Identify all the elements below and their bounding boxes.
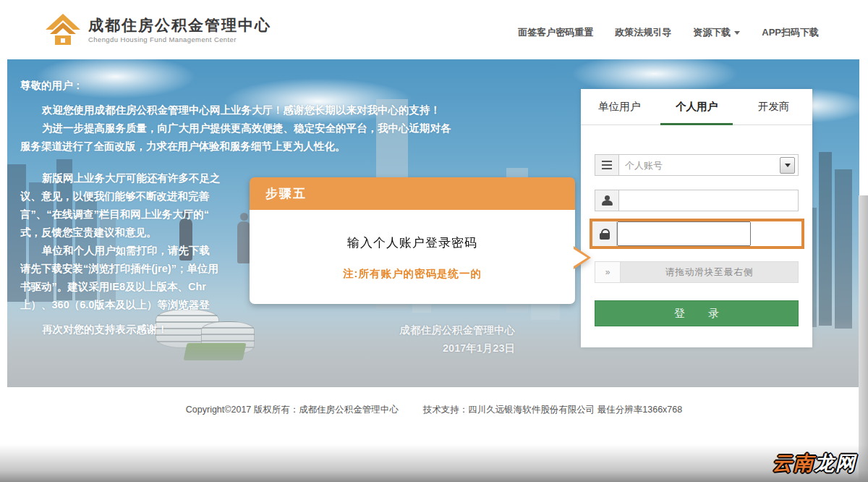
tutorial-step-message: 输入个人账户登录密码 (250, 210, 575, 251)
site-watermark: 云南龙网 (773, 450, 856, 476)
tab-personal-user[interactable]: 个人用户 (658, 89, 736, 124)
account-dropdown-button[interactable] (780, 157, 795, 174)
account-field-row (595, 154, 799, 176)
letter-line: 为进一步提高服务质量，向广大用户提供更高效便捷、稳定安全的平台，我中心近期对各 (20, 119, 522, 138)
double-arrow-icon: » (605, 267, 610, 277)
tutorial-step-title: 步骤五 (250, 177, 575, 210)
watermark-part2: 龙网 (814, 452, 856, 474)
chevron-down-icon (785, 164, 791, 167)
chevron-down-icon (734, 31, 740, 35)
slider-hint-text: 请拖动滑块至最右侧 (621, 266, 798, 279)
login-tabs: 单位用户 个人用户 开发商 (581, 89, 812, 125)
copyright-text: Copyright©2017 版权所有：成都住房公积金管理中心 (186, 404, 399, 416)
watermark-part1: 云南 (773, 452, 814, 474)
frame-bottom-shadow (0, 444, 868, 482)
signature-date: 2017年1月23日 (318, 339, 515, 358)
signature-name: 成都住房公积金管理中心 (318, 321, 515, 339)
nav-label: APP扫码下载 (762, 26, 819, 39)
bubble-arrow-icon (574, 249, 587, 266)
login-button[interactable]: 登 录 (595, 300, 799, 326)
building-silhouette (835, 169, 852, 329)
username-field-row (595, 190, 799, 211)
page-header: 成都住房公积金管理中心 Chengdu Housing Fund Managem… (0, 0, 868, 59)
frame-right-strip (859, 195, 868, 482)
nav-label: 资源下载 (693, 26, 731, 39)
account-input[interactable] (619, 155, 780, 175)
login-panel: 单位用户 个人用户 开发商 » 请拖动滑块至最右侧 登 录 (581, 89, 812, 347)
copyright-line: Copyright©2017 版权所有：成都住房公积金管理中心 技术支持：四川久… (0, 404, 868, 416)
letter-line: 欢迎您使用成都住房公积金管理中心网上业务大厅！感谢您长期以来对我中心的支持！ (20, 101, 522, 119)
letter-signature: 成都住房公积金管理中心 2017年1月23日 (318, 321, 515, 358)
nav-label: 政策法规引导 (615, 26, 671, 39)
password-field-highlight (590, 219, 804, 249)
captcha-slider: » 请拖动滑块至最右侧 (595, 261, 799, 283)
house-logo-icon (45, 13, 81, 46)
tutorial-step-body: 输入个人账户登录密码 注:所有账户的密码是统一的 (250, 210, 575, 304)
slider-handle[interactable]: » (595, 262, 621, 282)
building-silhouette (819, 152, 832, 326)
tutorial-step-note: 注:所有账户的密码是统一的 (250, 267, 575, 281)
site-logo[interactable]: 成都住房公积金管理中心 Chengdu Housing Fund Managem… (45, 13, 271, 46)
nav-item-policy-guide[interactable]: 政策法规引导 (615, 26, 671, 39)
tab-unit-user[interactable]: 单位用户 (581, 89, 658, 124)
lock-icon (592, 221, 617, 246)
site-title: 成都住房公积金管理中心 (88, 17, 271, 34)
hero-banner: 尊敬的用户： 欢迎您使用成都住房公积金管理中心网上业务大厅！感谢您长期以来对我中… (7, 59, 859, 387)
tab-developer[interactable]: 开发商 (735, 89, 812, 124)
username-input[interactable] (619, 190, 798, 211)
nav-label: 面签客户密码重置 (518, 26, 593, 39)
nav-item-password-reset[interactable]: 面签客户密码重置 (518, 26, 593, 39)
tech-support-text: 技术支持：四川久远银海软件股份有限公司 最佳分辨率1366x768 (423, 404, 682, 416)
letter-line: 服务渠道进行了全面改版，力求在用户体验和服务细节上更为人性化。 (20, 138, 522, 156)
site-subtitle: Chengdu Housing Fund Management Center (88, 35, 271, 43)
tutorial-step-bubble: 步骤五 输入个人账户登录密码 注:所有账户的密码是统一的 (250, 177, 575, 304)
user-icon (595, 190, 619, 211)
letter-line: 尊敬的用户： (20, 77, 522, 95)
account-list-icon (595, 155, 619, 175)
password-input[interactable] (617, 221, 751, 246)
nav-item-resource-download[interactable]: 资源下载 (693, 26, 740, 39)
top-navigation: 面签客户密码重置 政策法规引导 资源下载 APP扫码下载 (518, 26, 819, 39)
nav-item-app-download[interactable]: APP扫码下载 (762, 26, 819, 39)
